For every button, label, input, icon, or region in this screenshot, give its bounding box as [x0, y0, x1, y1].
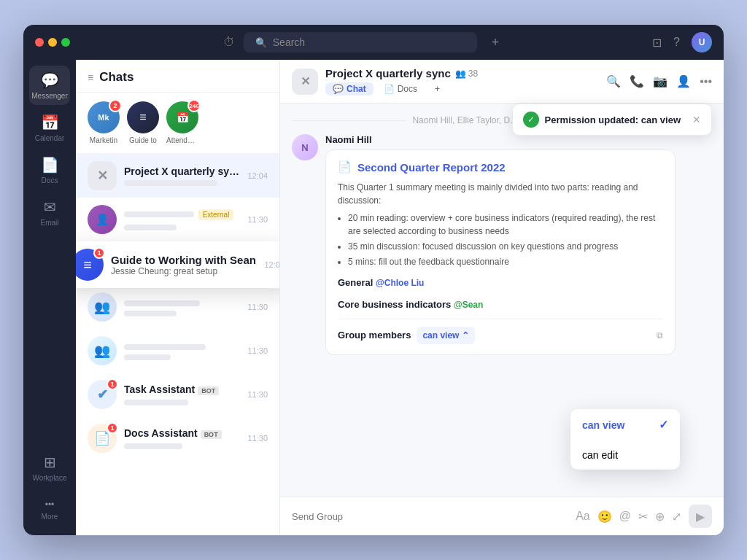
member-count: 👥 38 — [455, 69, 478, 79]
sidebar-label-email: Email — [40, 219, 58, 227]
chat-name-project-x: Project X quarterly sync — [124, 166, 240, 177]
naomi-sender-name: Naomi Hill — [325, 134, 712, 145]
sidebar-item-messenger[interactable]: 💬 Messenger — [29, 66, 70, 105]
workplace-icon: ⊞ — [44, 454, 56, 471]
task-assistant-avatar: ✔ 1 — [88, 380, 117, 409]
chat-info-4 — [124, 298, 240, 316]
chat4-preview-bar1 — [124, 300, 200, 306]
help-icon[interactable]: ? — [673, 36, 680, 49]
tooltip-info: Guide to Working with Sean Jessie Cheung… — [111, 254, 257, 276]
external-avatar: 👤 — [88, 205, 117, 234]
recent-avatar-guide[interactable]: ≡ Guide to — [127, 101, 159, 144]
maximize-button[interactable] — [61, 38, 70, 47]
expand-icon[interactable]: ⤢ — [672, 510, 681, 524]
chat-time-4: 11:30 — [247, 303, 268, 311]
video-icon[interactable]: 📷 — [653, 74, 667, 88]
mention-icon[interactable]: @ — [619, 510, 631, 523]
call-icon[interactable]: 📞 — [630, 74, 644, 88]
recent-avatars: Mk 2 Marketin ≡ Guide to 📅 246 — [76, 93, 279, 154]
sidebar-item-more[interactable]: ••• More — [29, 490, 70, 529]
docs-bot-badge: BOT — [201, 430, 222, 439]
close-button[interactable] — [35, 38, 44, 47]
emoji-icon[interactable]: 🙂 — [597, 510, 612, 524]
permissions-select[interactable]: can view ⌃ — [417, 327, 475, 344]
sidebar-label-docs: Docs — [42, 176, 58, 184]
tab-add[interactable]: + — [427, 82, 447, 96]
chat-item-task-assistant[interactable]: ✔ 1 Task AssistantBOT 11:30 — [76, 373, 279, 416]
doc-icon: 📄 — [338, 160, 352, 174]
bullet-3: 5 mins: fill out the feedback questionna… — [348, 255, 663, 268]
more-options-icon[interactable]: ••• — [700, 75, 712, 88]
chat-item-5[interactable]: 👥 11:30 — [76, 329, 279, 373]
sean-mention: @Sean — [454, 300, 483, 310]
font-icon[interactable]: Aa — [576, 510, 590, 523]
sidebar-item-docs[interactable]: 📄 Docs — [29, 150, 70, 190]
dropdown-can-edit[interactable]: can edit — [570, 440, 680, 470]
chat-preview-bar-external2 — [124, 225, 177, 230]
system-line-left — [292, 120, 406, 121]
permission-dropdown: can view ✓ can edit — [570, 409, 680, 470]
chevron-icon: ⌃ — [462, 329, 469, 342]
chat-info-external: External — [124, 209, 240, 230]
chat-header-info: Project X quarterly sync 👥 38 💬 Chat 📄 — [325, 67, 599, 96]
docs-assistant-avatar: 📄 1 — [88, 424, 117, 453]
minimize-button[interactable] — [48, 38, 57, 47]
recent-avatar-marketing[interactable]: Mk 2 Marketin — [88, 101, 120, 144]
sidebar-label-workplace: Workplace — [32, 474, 66, 482]
doc-bullets: 20 min reading: overview + core business… — [338, 211, 663, 268]
attendance-label: Attendanc — [166, 136, 198, 144]
member-count-number: 38 — [468, 69, 478, 79]
toast-check-icon: ✓ — [523, 112, 539, 128]
send-input[interactable] — [292, 511, 568, 522]
copy-icon[interactable]: ⧉ — [657, 329, 663, 342]
traffic-lights — [35, 38, 70, 47]
chat4-preview-bar2 — [124, 311, 177, 316]
title-bar-center: ⏱ 🔍 Search + — [79, 32, 643, 52]
chats-title: Chats — [99, 70, 133, 85]
dropdown-can-view[interactable]: can view ✓ — [570, 409, 680, 440]
chat-item-4[interactable]: 👥 11:30 — [76, 285, 279, 329]
chat-tab-icon: 💬 — [333, 84, 344, 94]
send-button[interactable]: ▶ — [689, 505, 712, 528]
sidebar-item-email[interactable]: ✉ Email — [29, 192, 70, 232]
channel-name-text: Project X quarterly sync — [325, 67, 451, 79]
chat-main: ✕ Project X quarterly sync 👥 38 💬 Chat — [280, 60, 724, 535]
user-avatar[interactable]: U — [692, 32, 712, 52]
chat-item-external[interactable]: 👤 External 11:30 — [76, 198, 279, 241]
chat-item-guide[interactable]: ≡ 1 Guide to Working with Sean Jessie Ch… — [76, 241, 279, 285]
search-bar[interactable]: 🔍 Search — [244, 32, 477, 52]
add-icon[interactable]: ⊕ — [655, 510, 665, 524]
sidebar-item-workplace[interactable]: ⊞ Workplace — [29, 448, 70, 487]
tab-chat[interactable]: 💬 Chat — [325, 82, 374, 96]
chat4-avatar: 👥 — [88, 292, 117, 322]
toast-close-button[interactable]: ✕ — [692, 114, 701, 125]
external-badge: External — [198, 209, 234, 220]
docs-preview-bar — [124, 443, 182, 449]
chat-preview-bar-external — [124, 211, 194, 217]
docs-tab-label: Docs — [398, 84, 417, 94]
sidebar-item-calendar[interactable]: 📅 Calendar — [29, 108, 70, 147]
naomi-message-content: Naomi Hill 📄 Second Quarter Report 2022 … — [325, 134, 712, 355]
menu-icon[interactable]: ≡ — [88, 71, 93, 83]
chat-item-docs-assistant[interactable]: 📄 1 Docs AssistantBOT 11:30 — [76, 416, 279, 460]
chat-item-project-x[interactable]: ✕ Project X quarterly sync 12:04 — [76, 154, 279, 198]
chat-info-5 — [124, 341, 240, 360]
search-header-icon[interactable]: 🔍 — [606, 74, 621, 88]
history-icon[interactable]: ⏱ — [223, 36, 235, 49]
chat-name-docs: Docs AssistantBOT — [124, 427, 240, 439]
recent-avatar-attendance[interactable]: 📅 246 Attendanc — [166, 101, 198, 144]
chat-tabs: 💬 Chat 📄 Docs + — [325, 82, 599, 96]
chat5-preview-bar1 — [124, 344, 206, 350]
members-icon[interactable]: 👤 — [676, 74, 691, 88]
tab-docs[interactable]: 📄 Docs — [376, 82, 425, 96]
title-bar-right: ⊡ ? U — [652, 32, 712, 52]
screen-icon[interactable]: ⊡ — [652, 36, 662, 50]
permissions-row: Group members can view ⌃ ⧉ — [338, 319, 663, 344]
general-label: General — [338, 277, 376, 288]
title-bar: ⏱ 🔍 Search + ⊡ ? U — [23, 25, 724, 60]
tooltip-name: Guide to Working with Sean — [111, 254, 257, 266]
member-icon: 👥 — [455, 69, 466, 79]
scissors-icon[interactable]: ✂ — [638, 510, 648, 524]
plus-button[interactable]: + — [492, 35, 500, 50]
bullet-2: 35 min discussion: focused discussion on… — [348, 240, 663, 253]
